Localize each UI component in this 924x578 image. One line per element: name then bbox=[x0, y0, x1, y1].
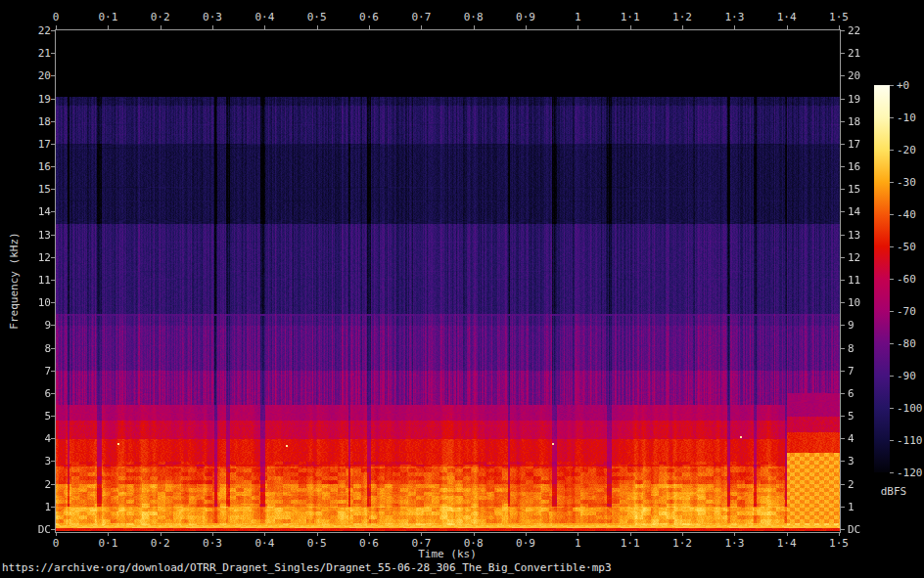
y-tick-label-right: 3 bbox=[848, 455, 855, 467]
x-tick-top bbox=[682, 25, 683, 29]
y-tick-right bbox=[841, 484, 845, 485]
x-tick-bottom bbox=[578, 532, 578, 536]
x-tick-label-top: 0·8 bbox=[464, 11, 484, 23]
x-tick-label-top: 1·1 bbox=[621, 11, 640, 23]
colorbar-tick-label: -30 bbox=[897, 176, 916, 189]
plot-border bbox=[55, 29, 841, 533]
y-tick-label-right: 2 bbox=[848, 478, 855, 491]
y-tick-label-right: 1 bbox=[848, 501, 855, 513]
y-tick-right bbox=[841, 53, 845, 54]
y-tick-label-right: 21 bbox=[848, 47, 860, 60]
x-tick-top bbox=[56, 25, 57, 29]
y-tick-right bbox=[841, 371, 845, 372]
x-tick-top bbox=[578, 25, 578, 29]
y-tick-left bbox=[51, 75, 55, 76]
y-tick-label-right: 20 bbox=[848, 69, 860, 82]
x-tick-bottom bbox=[161, 532, 162, 536]
x-tick-top bbox=[630, 25, 631, 29]
y-tick-label-left: 9 bbox=[18, 319, 51, 332]
x-tick-top bbox=[369, 25, 370, 29]
colorbar-tick bbox=[890, 117, 894, 118]
y-tick-label-right: 9 bbox=[848, 319, 855, 332]
x-tick-top bbox=[474, 25, 475, 29]
x-tick-top bbox=[108, 25, 109, 29]
colorbar-tick-label: -10 bbox=[897, 111, 916, 124]
y-tick-left bbox=[51, 280, 55, 281]
colorbar-tick bbox=[890, 182, 894, 183]
y-tick-right bbox=[841, 99, 845, 100]
y-tick-left bbox=[51, 53, 55, 54]
x-tick-label-bottom: 1·4 bbox=[777, 537, 797, 550]
x-tick-label-top: 0·7 bbox=[411, 11, 431, 23]
y-tick-left bbox=[51, 235, 55, 236]
y-tick-right bbox=[841, 75, 845, 76]
x-tick-bottom bbox=[734, 532, 735, 536]
y-tick-right bbox=[841, 235, 845, 236]
colorbar-gradient bbox=[874, 85, 890, 472]
y-tick-label-left: 14 bbox=[18, 205, 51, 218]
y-tick-label-right: 18 bbox=[848, 115, 860, 128]
x-tick-label-top: 1 bbox=[575, 11, 581, 23]
y-tick-label-left: 5 bbox=[18, 410, 51, 422]
x-tick-bottom bbox=[264, 532, 265, 536]
y-tick-right bbox=[841, 144, 845, 145]
y-tick-right bbox=[841, 529, 845, 530]
y-tick-label-right: 22 bbox=[848, 24, 860, 37]
x-tick-label-bottom: 0·3 bbox=[203, 537, 222, 550]
colorbar-tick-label: -100 bbox=[897, 402, 923, 415]
y-tick-left bbox=[51, 371, 55, 372]
x-tick-bottom bbox=[56, 532, 57, 536]
y-tick-left bbox=[51, 507, 55, 508]
colorbar-tick bbox=[890, 408, 894, 409]
y-tick-label-right: DC bbox=[848, 523, 860, 536]
y-tick-left bbox=[51, 166, 55, 167]
x-tick-label-bottom: 0·1 bbox=[98, 537, 117, 550]
y-tick-label-right: 4 bbox=[848, 432, 855, 445]
y-tick-label-right: 7 bbox=[848, 365, 855, 378]
x-tick-label-top: 0·1 bbox=[98, 11, 117, 23]
y-tick-right bbox=[841, 166, 845, 167]
y-tick-label-right: 5 bbox=[848, 410, 855, 422]
x-tick-label-bottom: 0·5 bbox=[307, 537, 327, 550]
colorbar-tick bbox=[890, 279, 894, 280]
x-tick-label-bottom: 1 bbox=[575, 537, 581, 550]
y-tick-left bbox=[51, 99, 55, 100]
y-tick-right bbox=[841, 507, 845, 508]
x-tick-label-top: 1·3 bbox=[724, 11, 744, 23]
x-tick-label-top: 0·3 bbox=[203, 11, 222, 23]
y-tick-left bbox=[51, 121, 55, 122]
y-tick-label-left: 12 bbox=[18, 251, 51, 264]
y-tick-label-left: 7 bbox=[18, 365, 51, 378]
y-tick-label-left: 17 bbox=[18, 138, 51, 151]
y-tick-left bbox=[51, 302, 55, 303]
y-tick-right bbox=[841, 280, 845, 281]
x-tick-label-top: 0·9 bbox=[516, 11, 535, 23]
x-tick-bottom bbox=[526, 532, 527, 536]
colorbar-tick bbox=[890, 246, 894, 247]
colorbar-tick-label: -50 bbox=[897, 241, 916, 253]
spectrogram-figure: Frequency (kHz) 000·10·10·20·20·30·30·40… bbox=[0, 0, 924, 578]
y-tick-label-left: 8 bbox=[18, 342, 51, 355]
colorbar-tick bbox=[890, 376, 894, 377]
x-tick-top bbox=[839, 25, 840, 29]
y-tick-right bbox=[841, 438, 845, 439]
y-tick-label-left: 4 bbox=[18, 432, 51, 445]
x-tick-bottom bbox=[369, 532, 370, 536]
x-tick-label-top: 1·4 bbox=[777, 11, 797, 23]
y-tick-label-right: 12 bbox=[848, 251, 860, 264]
y-tick-label-left: 13 bbox=[18, 229, 51, 242]
x-axis-label: Time (ks) bbox=[349, 548, 545, 560]
colorbar-tick bbox=[890, 311, 894, 312]
colorbar-tick-label: -60 bbox=[897, 273, 916, 286]
y-tick-right bbox=[841, 211, 845, 212]
x-tick-label-bottom: 1·2 bbox=[672, 537, 692, 550]
y-tick-label-right: 15 bbox=[848, 183, 860, 196]
colorbar-tick-label: -80 bbox=[897, 337, 916, 350]
y-tick-label-right: 16 bbox=[848, 160, 860, 173]
y-tick-label-left: 20 bbox=[18, 69, 51, 82]
colorbar-tick-label: -40 bbox=[897, 208, 916, 221]
x-tick-label-top: 1·2 bbox=[672, 11, 692, 23]
colorbar-tick-label: -70 bbox=[897, 305, 916, 318]
colorbar-tick bbox=[890, 343, 894, 344]
colorbar-tick bbox=[890, 214, 894, 215]
